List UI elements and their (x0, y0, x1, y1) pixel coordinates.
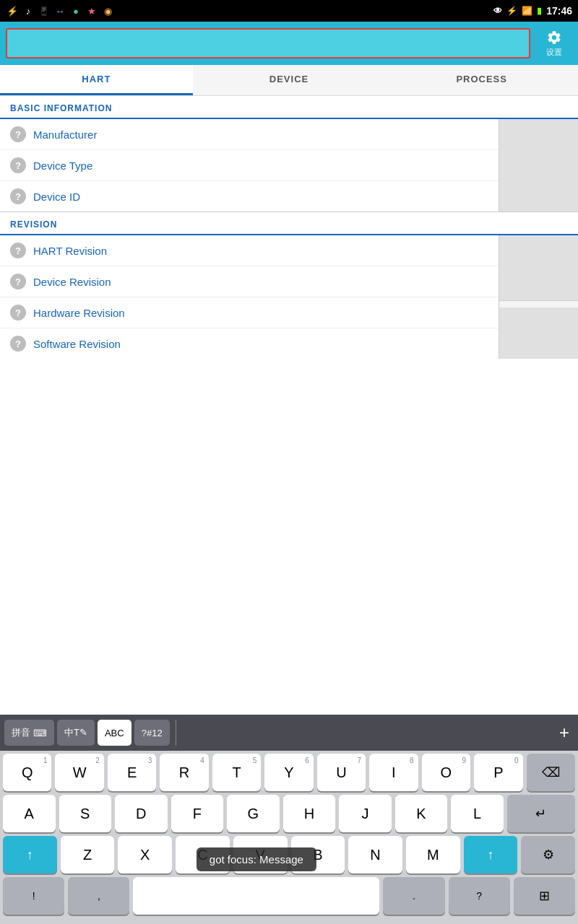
key-c[interactable]: C (176, 836, 230, 873)
revision-header: REVISION (0, 212, 578, 235)
abc-btn[interactable]: ABC (98, 720, 131, 746)
manufacturer-label: Manufacturer (33, 128, 97, 141)
tab-process[interactable]: PROCESS (385, 65, 578, 95)
key-p[interactable]: 0P (474, 754, 522, 791)
key-n[interactable]: N (348, 836, 402, 873)
key-s[interactable]: S (59, 795, 112, 832)
revision-container: ? HART Revision ? Device Revision ? Hard… (0, 235, 578, 359)
keyboard-settings-key[interactable]: ⚙ (521, 836, 575, 873)
return-key[interactable]: ↵ (507, 795, 575, 832)
key-b[interactable]: B (291, 836, 345, 873)
keyboard-area: 拼音 ⌨ 中T✎ ABC ?#12 + 1Q 2W 3E 4R 5T 6Y 7U… (0, 715, 578, 924)
key-clipboard[interactable]: ⊞ (514, 877, 575, 915)
key-m[interactable]: M (406, 836, 460, 873)
key-e[interactable]: 3E (108, 754, 156, 791)
keyboard-toolbar: 拼音 ⌨ 中T✎ ABC ?#12 + (0, 715, 578, 751)
key-row-2: A S D F G H J K L ↵ (3, 795, 575, 832)
device-revision-row[interactable]: ? Device Revision (0, 266, 499, 297)
key-k[interactable]: K (395, 795, 448, 832)
key-r[interactable]: 4R (160, 754, 208, 791)
software-revision-help-icon[interactable]: ? (10, 336, 26, 352)
battery-icon: ▮ (537, 6, 542, 16)
key-f[interactable]: F (171, 795, 224, 832)
device-type-help-icon[interactable]: ? (10, 157, 26, 173)
header-input-wrapper (6, 28, 530, 58)
hart-revision-label: HART Revision (33, 245, 107, 257)
key-o[interactable]: 9O (422, 754, 470, 791)
key-q[interactable]: 1Q (3, 754, 51, 791)
keyboard-bottom (0, 920, 578, 924)
star-icon: ★ (85, 4, 98, 17)
basic-info-container: ? Manufacturer ? Device Type ? Device ID (0, 119, 578, 212)
hardware-revision-help-icon[interactable]: ? (10, 305, 26, 321)
toolbar-plus-btn[interactable]: + (555, 723, 574, 743)
circle-icon: ● (69, 4, 82, 17)
device-type-row[interactable]: ? Device Type (0, 150, 499, 181)
device-revision-label: Device Revision (33, 276, 111, 288)
hart-revision-row[interactable]: ? HART Revision (0, 235, 499, 266)
key-y[interactable]: 6Y (264, 754, 313, 791)
app-header: 设置 (0, 22, 578, 65)
key-i[interactable]: 8I (369, 754, 418, 791)
toolbar-divider (176, 720, 176, 746)
keyboard-keys: 1Q 2W 3E 4R 5T 6Y 7U 8I 9O 0P ⌫ A S D F … (0, 751, 578, 920)
device-id-help-icon[interactable]: ? (10, 188, 26, 204)
key-t[interactable]: 5T (212, 754, 261, 791)
key-question[interactable]: ? (449, 877, 510, 915)
special-chars-btn[interactable]: ?#12 (134, 720, 170, 746)
settings-label: 设置 (546, 47, 562, 58)
shift-right-key[interactable]: ↑ (464, 836, 518, 873)
manufacturer-row[interactable]: ? Manufacturer (0, 119, 499, 150)
gear-icon (546, 30, 562, 45)
revision-rows: ? HART Revision ? Device Revision ? Hard… (0, 235, 499, 359)
key-l[interactable]: L (451, 795, 504, 832)
tab-bar: HART DEVICE PROCESS (0, 65, 578, 96)
device-revision-help-icon[interactable]: ? (10, 274, 26, 289)
hardware-revision-label: Hardware Revision (33, 307, 125, 319)
phone-icon: 📱 (38, 4, 51, 17)
usb-icon: ⚡ (6, 4, 19, 17)
key-u[interactable]: 7U (317, 754, 366, 791)
key-comma[interactable]: , (68, 877, 129, 915)
backspace-key[interactable]: ⌫ (527, 754, 575, 791)
key-v[interactable]: V (233, 836, 288, 873)
tab-device[interactable]: DEVICE (193, 65, 386, 95)
key-g[interactable]: G (227, 795, 280, 832)
basic-info-side-panel (499, 119, 578, 212)
key-row-3: ↑ Z X C V B N M ↑ ⚙ (3, 836, 575, 873)
key-period[interactable]: . (383, 877, 444, 915)
shift-left-key[interactable]: ↑ (3, 836, 57, 873)
basic-info-header: BASIC INFORMATION (0, 96, 578, 119)
spacebar-key[interactable]: got focus: Message (133, 877, 379, 915)
key-a[interactable]: A (3, 795, 56, 832)
settings-button[interactable]: 设置 (536, 30, 572, 58)
chinese-input-btn[interactable]: 中T✎ (57, 720, 95, 746)
key-h[interactable]: H (283, 795, 336, 832)
status-right: 👁 ⚡ 📶 ▮ 17:46 (493, 5, 572, 17)
hart-revision-help-icon[interactable]: ? (10, 243, 26, 258)
manufacturer-help-icon[interactable]: ? (10, 126, 26, 142)
music-icon: ♪ (22, 4, 35, 17)
key-d[interactable]: D (115, 795, 168, 832)
pinyin-btn[interactable]: 拼音 ⌨ (4, 720, 54, 746)
key-row-4: ! , got focus: Message . ? ⊞ (3, 877, 575, 915)
content-area: BASIC INFORMATION ? Manufacturer ? Devic… (0, 96, 578, 359)
tab-hart[interactable]: HART (0, 65, 193, 95)
header-search-input[interactable] (6, 28, 530, 58)
device-id-row[interactable]: ? Device ID (0, 181, 499, 212)
key-w[interactable]: 2W (55, 754, 103, 791)
software-revision-row[interactable]: ? Software Revision (0, 328, 499, 359)
key-j[interactable]: J (339, 795, 392, 832)
device-id-label: Device ID (33, 191, 80, 203)
bluetooth-icon: ⚡ (506, 6, 517, 16)
key-row-1: 1Q 2W 3E 4R 5T 6Y 7U 8I 9O 0P ⌫ (3, 754, 575, 791)
face-icon: ◉ (101, 4, 114, 17)
device-type-label: Device Type (33, 160, 92, 172)
key-x[interactable]: X (118, 836, 172, 873)
revision-side-panel (499, 235, 578, 359)
hardware-revision-row[interactable]: ? Hardware Revision (0, 297, 499, 328)
eye-icon: 👁 (493, 6, 502, 16)
key-exclaim[interactable]: ! (3, 877, 64, 915)
key-z[interactable]: Z (61, 836, 115, 873)
basic-info-rows: ? Manufacturer ? Device Type ? Device ID (0, 119, 499, 212)
